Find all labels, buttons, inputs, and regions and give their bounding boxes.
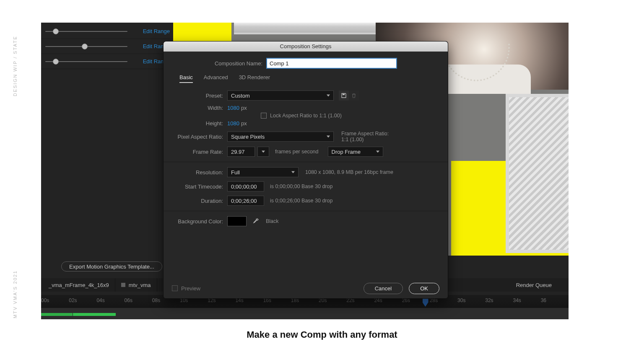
height-label: Height: [173,120,227,127]
slider-row: Edit Range [41,54,173,69]
chevron-down-icon [327,95,330,97]
framerate-input[interactable]: 29.97 [227,147,255,157]
comp-name-input[interactable] [267,58,397,68]
bgcolor-label: Background Color: [173,218,227,225]
start-tc-value: 0;00;00;00 [231,184,257,190]
frame-ar-info: Frame Aspect Ratio: 1:1 (1.00) [341,131,389,142]
cancel-label: Cancel [375,285,392,292]
preview-toggle[interactable]: Preview [172,285,200,292]
slider-track[interactable] [45,46,127,47]
duration-label: Duration: [173,198,227,204]
chevron-down-icon [262,151,265,153]
dropframe-value: Drop Frame [332,149,361,155]
slider-track[interactable] [45,61,127,62]
render-queue-label: Render Queue [516,282,552,288]
duration-input[interactable]: 0;00;26;00 [227,196,264,206]
framerate-dropdown[interactable] [257,147,269,157]
tab-3d-renderer[interactable]: 3D Renderer [239,74,270,83]
dialog-footer: Preview Cancel OK [164,278,448,298]
ae-screenshot: Edit Range Edit Range Edit Range Export … [41,23,569,319]
time-mark: 36 [541,295,569,308]
ok-label: OK [420,285,428,292]
bgcolor-name: Black [266,218,279,224]
chevron-down-icon [327,136,330,138]
preset-value: Custom [231,93,250,99]
comp-tab[interactable]: _vma_mFrame_4k_16x9 [43,278,115,292]
preset-select[interactable]: Custom [227,90,334,101]
comp-tab[interactable]: mtv_vma [115,278,157,292]
export-template-label: Export Motion Graphics Template... [69,264,154,270]
duration-value: 0;00;26;00 [231,198,257,204]
preview-label: Preview [181,285,200,292]
par-label: Pixel Aspect Ratio: [173,134,227,140]
render-queue-tab[interactable]: Render Queue [516,282,569,288]
slider-row: Edit Range [41,39,173,54]
start-tc-label: Start Timecode: [173,184,227,190]
comp-color-swatch [121,283,125,287]
framerate-unit: frames per second [275,149,319,155]
eyedropper-button[interactable] [251,216,261,226]
preset-label: Preset: [173,93,227,99]
cancel-button[interactable]: Cancel [364,283,403,294]
comp-tab-label: mtv_vma [129,282,151,288]
left-panel: Edit Range Edit Range Edit Range [41,23,173,256]
slider-track[interactable] [45,31,127,32]
duration-hint: is 0;00;26;00 Base 30 drop [270,198,332,204]
dialog-tabs: Basic Advanced 3D Renderer [179,74,439,83]
preview-checkbox[interactable] [172,285,178,291]
graphic-yellow-top [172,23,231,42]
slide-label-top: DESIGN WIP / STATE [13,36,18,96]
height-unit: px [241,120,247,127]
export-template-button[interactable]: Export Motion Graphics Template... [61,261,162,272]
save-preset-button[interactable] [339,90,349,101]
slider-thumb[interactable] [53,59,59,65]
slider-row: Edit Range [41,24,173,39]
slide-caption: Make a new Comp with any format [0,329,644,340]
tab-basic[interactable]: Basic [179,74,193,83]
frame-ar-value: 1:1 (1.00) [341,137,389,142]
framerate-value: 29.97 [231,149,245,155]
resolution-hint: 1080 x 1080, 8.9 MB per 16bpc frame [305,169,393,175]
resolution-select[interactable]: Full [227,167,299,177]
par-select[interactable]: Square Pixels [227,132,334,142]
chevron-down-icon [291,171,295,173]
dialog-titlebar: Composition Settings [164,41,448,52]
lock-aspect-checkbox[interactable] [261,113,267,119]
ok-button[interactable]: OK [409,283,439,294]
time-mark: 32s [485,295,513,308]
frame-ar-label: Frame Aspect Ratio: [341,131,389,137]
comp-tab-label: _vma_mFrame_4k_16x9 [49,282,109,288]
work-area-bar[interactable] [41,313,73,316]
start-tc-input[interactable]: 0;00;00;00 [227,181,264,191]
time-mark: 30s [457,295,485,308]
graphic-silver-frame-right [506,94,569,253]
time-mark: 06s [125,295,152,308]
slider-thumb[interactable] [82,44,88,49]
work-area-bar[interactable] [73,313,116,316]
composition-settings-dialog: Composition Settings Composition Name: B… [163,41,448,299]
start-tc-hint: is 0;00;00;00 Base 30 drop [270,184,332,189]
framerate-label: Frame Rate: [173,149,227,155]
height-value[interactable]: 1080 [227,120,239,127]
svg-rect-0 [343,94,345,95]
slider-thumb[interactable] [53,28,59,34]
delete-preset-button[interactable] [349,90,359,101]
bgcolor-swatch[interactable] [227,216,247,226]
slide-label-bottom: MTV VMA's 2021 [13,270,18,318]
time-mark: 00s [41,295,69,308]
width-unit: px [241,105,247,111]
par-value: Square Pixels [231,134,265,140]
tab-advanced[interactable]: Advanced [204,74,228,83]
edit-range-link[interactable]: Edit Range [143,28,170,34]
time-mark: 04s [96,295,124,308]
chevron-down-icon [376,151,379,153]
width-label: Width: [173,105,227,111]
lock-aspect-label: Lock Aspect Ratio to 1:1 (1.00) [270,113,342,119]
resolution-label: Resolution: [173,169,227,176]
resolution-value: Full [231,169,240,176]
timeline-bar [41,308,569,319]
dropframe-select[interactable]: Drop Frame [328,147,383,157]
time-mark: 34s [513,295,540,308]
time-mark: 02s [69,295,96,308]
width-value[interactable]: 1080 [227,105,239,111]
